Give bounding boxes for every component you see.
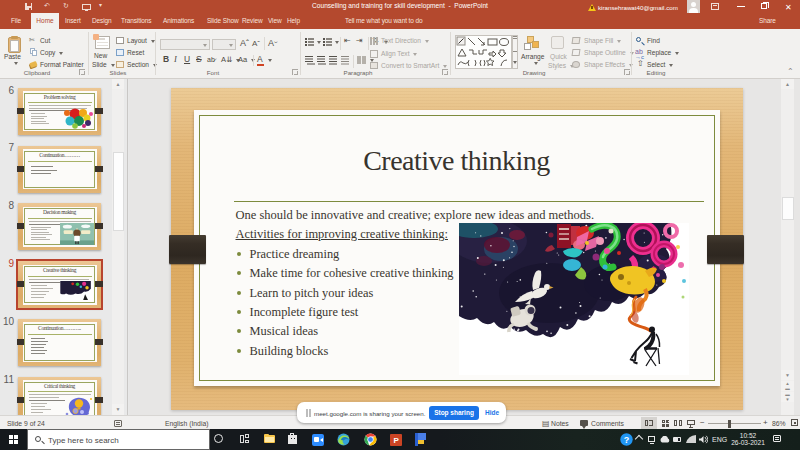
svg-text:?: ?	[624, 435, 630, 445]
